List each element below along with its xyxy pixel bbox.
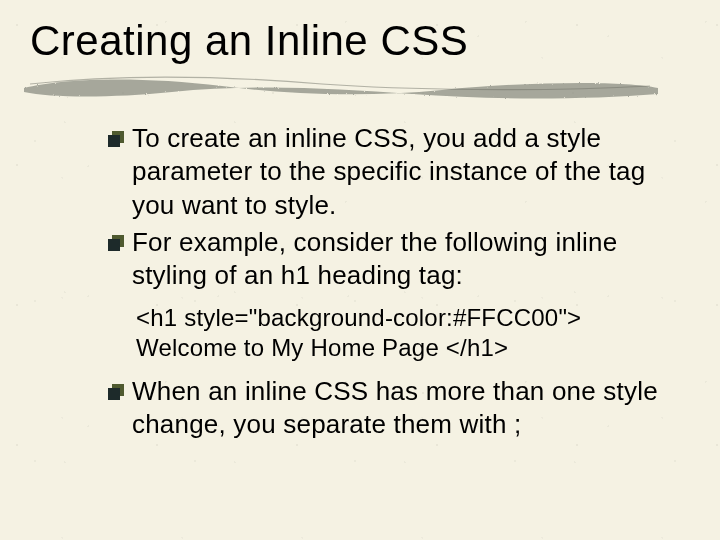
code-line: <h1 style="background-color:#FFCC00"> — [136, 303, 670, 333]
slide-title: Creating an Inline CSS — [30, 18, 690, 64]
title-underline-brushstroke — [22, 70, 690, 104]
svg-rect-3 — [108, 239, 120, 251]
bullet-item: For example, consider the following inli… — [108, 226, 670, 293]
svg-rect-1 — [108, 135, 120, 147]
bullet-item: When an inline CSS has more than one sty… — [108, 375, 670, 442]
square-bullet-icon — [108, 235, 124, 251]
square-bullet-icon — [108, 131, 124, 147]
bullet-text: For example, consider the following inli… — [132, 226, 670, 293]
code-line: Welcome to My Home Page </h1> — [136, 333, 670, 363]
bullet-text: To create an inline CSS, you add a style… — [132, 122, 670, 222]
bullet-text: When an inline CSS has more than one sty… — [132, 375, 670, 442]
slide: Creating an Inline CSS To create an inli… — [0, 0, 720, 540]
slide-body: To create an inline CSS, you add a style… — [108, 122, 670, 441]
code-example: <h1 style="background-color:#FFCC00"> We… — [136, 303, 670, 363]
svg-rect-5 — [108, 388, 120, 400]
bullet-item: To create an inline CSS, you add a style… — [108, 122, 670, 222]
square-bullet-icon — [108, 384, 124, 400]
